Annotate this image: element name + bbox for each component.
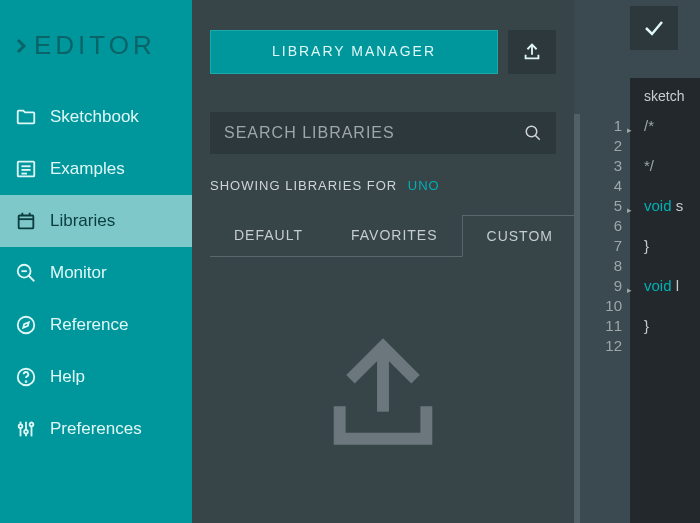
gutter: 123456789101112 xyxy=(580,114,630,523)
app-title-text: EDITOR xyxy=(34,30,156,61)
sidebar-item-reference[interactable]: Reference xyxy=(0,299,192,351)
library-tabs: DEFAULT FAVORITES CUSTOM xyxy=(210,215,556,257)
sidebar-item-help[interactable]: Help xyxy=(0,351,192,403)
sidebar-item-libraries[interactable]: Libraries xyxy=(0,195,192,247)
sidebar-item-label: Sketchbook xyxy=(50,107,139,127)
board-link[interactable]: UNO xyxy=(408,178,440,193)
search-input[interactable] xyxy=(224,124,524,142)
library-manager-button[interactable]: LIBRARY MANAGER xyxy=(210,30,498,74)
sidebar-item-label: Monitor xyxy=(50,263,107,283)
sidebar-item-monitor[interactable]: Monitor xyxy=(0,247,192,299)
showing-prefix: SHOWING LIBRARIES FOR xyxy=(210,178,397,193)
tab-custom[interactable]: CUSTOM xyxy=(462,215,578,257)
library-panel: LIBRARY MANAGER SHOWING LIBRARIES FOR UN… xyxy=(192,0,574,523)
upload-dropzone[interactable] xyxy=(210,257,556,523)
sidebar-item-label: Help xyxy=(50,367,85,387)
verify-button[interactable] xyxy=(630,6,678,50)
svg-marker-12 xyxy=(23,322,29,328)
svg-point-11 xyxy=(18,317,35,334)
sidebar: EDITOR Sketchbook Examples Libraries Mon… xyxy=(0,0,192,523)
svg-point-20 xyxy=(30,423,34,427)
upload-icon xyxy=(521,41,543,63)
sidebar-item-label: Libraries xyxy=(50,211,115,231)
svg-line-9 xyxy=(29,276,35,282)
code-area: sket sketch 123456789101112 /* */ void s… xyxy=(574,0,700,523)
sidebar-item-label: Examples xyxy=(50,159,125,179)
compass-icon xyxy=(14,313,38,337)
chevron-right-icon xyxy=(12,37,30,55)
sidebar-item-preferences[interactable]: Preferences xyxy=(0,403,192,455)
list-icon xyxy=(14,157,38,181)
svg-line-22 xyxy=(535,135,540,140)
svg-point-14 xyxy=(26,381,27,382)
libraries-icon xyxy=(14,209,38,233)
search-box[interactable] xyxy=(210,112,556,154)
sidebar-item-sketchbook[interactable]: Sketchbook xyxy=(0,91,192,143)
code-editor[interactable]: 123456789101112 /* */ void s } void l } xyxy=(574,114,700,523)
folder-icon xyxy=(14,105,38,129)
svg-rect-4 xyxy=(19,216,34,229)
sliders-icon xyxy=(14,417,38,441)
import-button[interactable] xyxy=(508,30,556,74)
check-icon xyxy=(642,16,666,40)
code-content[interactable]: /* */ void s } void l } xyxy=(630,114,700,523)
sidebar-item-label: Preferences xyxy=(50,419,142,439)
tab-default[interactable]: DEFAULT xyxy=(210,215,327,256)
help-icon xyxy=(14,365,38,389)
showing-text: SHOWING LIBRARIES FOR UNO xyxy=(210,178,556,193)
svg-point-19 xyxy=(24,430,28,434)
tab-favorites[interactable]: FAVORITES xyxy=(327,215,462,256)
file-tab[interactable]: sketch xyxy=(630,78,700,114)
search-icon xyxy=(14,261,38,285)
svg-point-21 xyxy=(526,126,537,137)
sidebar-item-examples[interactable]: Examples xyxy=(0,143,192,195)
svg-point-18 xyxy=(19,424,23,428)
search-icon xyxy=(524,124,542,142)
app-title: EDITOR xyxy=(0,30,192,91)
upload-large-icon xyxy=(318,325,448,455)
sidebar-item-label: Reference xyxy=(50,315,128,335)
